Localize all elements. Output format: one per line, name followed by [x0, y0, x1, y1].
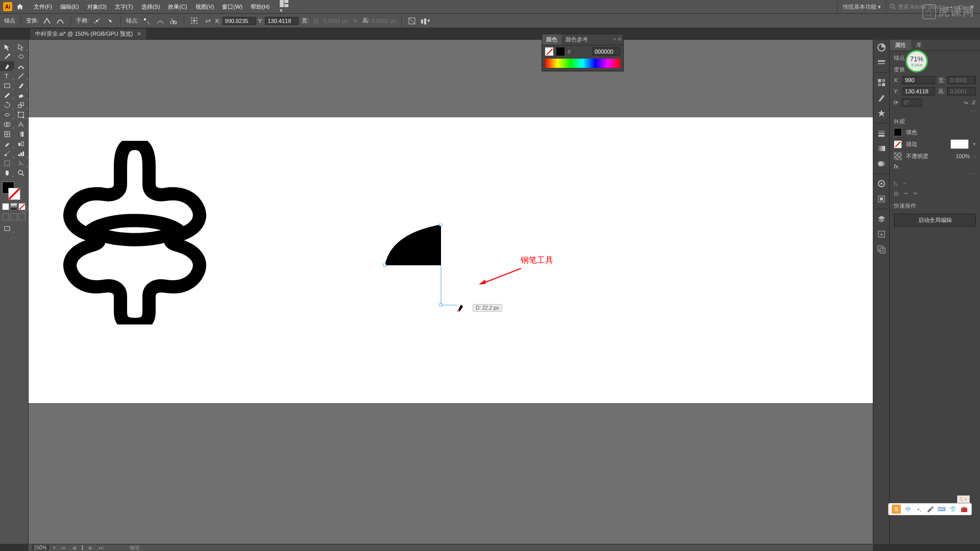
- opacity-dropdown[interactable]: ›: [974, 153, 976, 159]
- screen-mode-icon[interactable]: [0, 223, 14, 233]
- graphic-styles-panel-icon[interactable]: [876, 193, 887, 205]
- more-appearance-icon[interactable]: ⋯: [890, 171, 980, 178]
- cut-path-icon[interactable]: [168, 16, 179, 26]
- prop-x-field[interactable]: [902, 76, 935, 84]
- flip-v-button[interactable]: ⇵: [971, 99, 976, 106]
- color-panel-icon[interactable]: [876, 42, 887, 53]
- layers-panel-icon[interactable]: [876, 213, 887, 224]
- rotate-tool[interactable]: [0, 100, 14, 110]
- isolate-icon[interactable]: [407, 16, 417, 26]
- perspective-grid-tool[interactable]: [14, 119, 29, 129]
- convert-corner-button[interactable]: ◺: [894, 180, 898, 186]
- prop-stroke-weight[interactable]: [950, 139, 969, 149]
- prop-w-field[interactable]: [947, 76, 976, 84]
- scale-tool[interactable]: [14, 100, 29, 110]
- hide-handles-icon[interactable]: [105, 16, 115, 26]
- stroke-panel-icon[interactable]: [876, 128, 887, 139]
- flip-h-icon[interactable]: ⇋: [350, 16, 360, 26]
- menu-effect[interactable]: 效果(C): [164, 0, 191, 13]
- curvature-tool[interactable]: [14, 61, 29, 71]
- panel-stroke-swatch[interactable]: [556, 47, 565, 56]
- prop-h-field[interactable]: [947, 87, 976, 95]
- hand-tool[interactable]: [0, 168, 14, 178]
- panel-collapse-icon[interactable]: ›› ≡: [610, 34, 623, 45]
- align-dropdown-icon[interactable]: ▾: [420, 16, 430, 26]
- free-transform-tool[interactable]: [14, 110, 29, 119]
- prev-artboard-icon[interactable]: ◀: [71, 545, 77, 550]
- color-mode-icon[interactable]: [2, 203, 9, 210]
- menu-help[interactable]: 帮助(H): [247, 0, 274, 13]
- rectangle-tool[interactable]: [0, 81, 14, 90]
- menu-window[interactable]: 窗口(W): [218, 0, 247, 13]
- swatches-panel-icon[interactable]: [876, 77, 887, 88]
- direct-selection-tool[interactable]: [14, 42, 29, 52]
- column-graph-tool[interactable]: [14, 148, 29, 158]
- x-field[interactable]: [223, 17, 256, 25]
- convert-smooth-icon[interactable]: [55, 16, 65, 26]
- draw-behind-icon[interactable]: [10, 213, 17, 220]
- start-global-edit-button[interactable]: 启动全局编辑: [894, 214, 976, 227]
- color-tab[interactable]: 颜色: [542, 34, 561, 45]
- ime-toolbar[interactable]: S 中 •, 🎤 ⌨ 👕 🧰: [888, 503, 972, 515]
- artboards-panel-icon[interactable]: [876, 244, 887, 255]
- reference-point-icon[interactable]: [189, 16, 200, 26]
- color-panel[interactable]: 颜色 颜色参考 ›› ≡ #: [542, 34, 624, 71]
- zoom-dropdown-icon[interactable]: ▾: [53, 545, 56, 550]
- symbols-panel-icon[interactable]: [876, 108, 887, 119]
- artboard-tool[interactable]: [0, 158, 14, 168]
- more-transform-icon[interactable]: ⋯: [890, 108, 980, 115]
- ime-toolbox-icon[interactable]: 🧰: [960, 505, 968, 513]
- draw-normal-icon[interactable]: [2, 213, 9, 220]
- ime-mode[interactable]: 中: [904, 505, 912, 513]
- properties-tab[interactable]: 属性: [890, 40, 911, 51]
- paintbrush-tool[interactable]: [14, 81, 29, 90]
- document-tab[interactable]: 中科雷业.ai* @ 150% (RGB/GPU 预览) ✕: [30, 28, 147, 39]
- prop-opacity-value[interactable]: 100%: [955, 153, 970, 159]
- blend-tool[interactable]: [14, 139, 29, 148]
- hex-field[interactable]: [593, 47, 620, 56]
- link-xy-icon[interactable]: ⮂: [203, 16, 213, 26]
- color-spectrum[interactable]: [545, 59, 620, 68]
- convert-corner-icon[interactable]: [42, 16, 52, 26]
- selection-tool[interactable]: [0, 42, 14, 52]
- link-wh-icon[interactable]: ⛓: [311, 16, 321, 26]
- ime-skin-icon[interactable]: 👕: [949, 505, 957, 513]
- show-handles-icon[interactable]: [92, 16, 102, 26]
- shape-builder-tool[interactable]: [0, 119, 14, 129]
- draw-inside-icon[interactable]: [18, 213, 26, 220]
- workspace-switcher[interactable]: 传统基本功能 ▾: [837, 0, 887, 13]
- convert-smooth-button[interactable]: ⌢: [903, 180, 906, 186]
- arrange-documents-icon[interactable]: ▾: [277, 0, 292, 14]
- pen-tool[interactable]: [0, 61, 14, 71]
- canvas-area[interactable]: D: 22.2 px 钢笔工具 颜色 颜色参考 ›› ≡ #: [29, 40, 873, 544]
- shaper-tool[interactable]: [0, 90, 14, 100]
- prop-opacity-swatch[interactable]: [894, 152, 902, 160]
- gradient-panel-icon[interactable]: [876, 143, 887, 154]
- ime-keyboard-icon[interactable]: ⌨: [938, 505, 946, 513]
- ime-punct-icon[interactable]: •,: [915, 505, 923, 513]
- libraries-tab[interactable]: 库: [911, 40, 927, 51]
- next-artboard-icon[interactable]: ▶: [88, 545, 94, 550]
- brushes-panel-icon[interactable]: [876, 92, 887, 104]
- remove-anchor-button[interactable]: ⊟: [894, 190, 898, 197]
- close-tab-icon[interactable]: ✕: [137, 31, 141, 37]
- panel-fill-swatch[interactable]: [545, 47, 553, 56]
- symbol-sprayer-tool[interactable]: [0, 148, 14, 158]
- color-guide-panel-icon[interactable]: [876, 57, 887, 68]
- width-tool[interactable]: [0, 110, 14, 119]
- gradient-tool[interactable]: [14, 129, 29, 139]
- eraser-tool[interactable]: [14, 90, 29, 100]
- stroke-weight-dropdown[interactable]: ▾: [973, 141, 976, 147]
- first-artboard-icon[interactable]: ⏮: [60, 545, 67, 550]
- remove-anchor-icon[interactable]: [142, 16, 152, 26]
- appearance-panel-icon[interactable]: [876, 178, 887, 189]
- connect-path-button[interactable]: ⤳: [903, 190, 908, 197]
- cut-path-button[interactable]: ✂: [913, 190, 918, 197]
- prop-y-field[interactable]: [902, 87, 935, 95]
- menu-view[interactable]: 视图(V): [191, 0, 218, 13]
- edit-toolbar-icon[interactable]: ⋯: [0, 235, 28, 242]
- mesh-tool[interactable]: [0, 129, 14, 139]
- prop-fill-swatch[interactable]: [894, 128, 902, 136]
- line-tool[interactable]: [14, 71, 29, 81]
- asset-export-panel-icon[interactable]: [876, 229, 887, 240]
